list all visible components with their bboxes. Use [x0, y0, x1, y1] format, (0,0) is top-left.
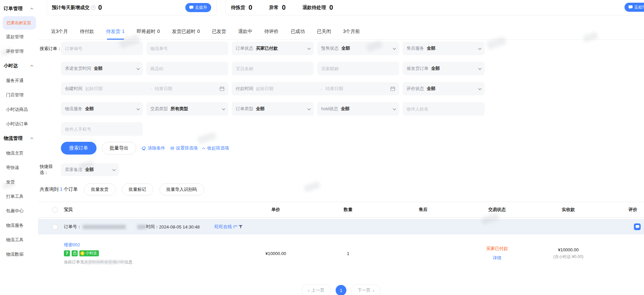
search-filters-section: 搜索订单： 订单状态 买家已付款 预售状态 全部 售后服务 全部	[38, 42, 644, 155]
filter-actions: 搜索订单 批量导出 清除条件 设置筛选项 收起筛选项	[61, 142, 644, 155]
set-filter-options-link[interactable]: 设置筛选项	[171, 145, 198, 151]
current-page-indicator[interactable]: 1	[336, 285, 346, 295]
tab-completed[interactable]: 已成功	[291, 29, 305, 39]
boost-button[interactable]: 去提升	[185, 3, 211, 12]
sidebar-item-hourly-products[interactable]: 小时达商品	[0, 102, 38, 117]
sidebar-item-review-management[interactable]: 评价管理	[0, 44, 38, 58]
wangwang-online-link[interactable]: 旺旺在线 t**	[215, 224, 243, 230]
handle-button-label: 去处理	[634, 4, 644, 10]
item-name-field[interactable]	[236, 66, 310, 71]
sidebar-item-ship[interactable]: 发货	[0, 175, 38, 189]
sidebar-item-hourly-orders[interactable]: 小时达订单	[0, 117, 38, 131]
item-id-field[interactable]	[150, 66, 224, 71]
batch-import-code-button[interactable]: 批量导入识别码	[159, 183, 204, 196]
select-all-checkbox[interactable]	[52, 207, 58, 213]
chevron-down-icon	[222, 107, 225, 110]
order-checkbox[interactable]	[52, 224, 58, 230]
rate-status-select[interactable]: 评价状态 全部	[403, 82, 485, 95]
detail-link[interactable]: 详情	[456, 255, 538, 261]
tab-closed[interactable]: 已关闭	[317, 29, 331, 39]
tab-pending-review[interactable]: 待评价	[264, 29, 278, 39]
sidebar-item-label: 退款管理	[6, 34, 24, 40]
question-circle-icon[interactable]: ?	[91, 5, 96, 10]
sidebar-group-order-management[interactable]: 订单管理	[0, 1, 38, 16]
buyer-nick-field[interactable]	[321, 66, 395, 71]
sidebar-item-parcel-center[interactable]: 包裹中心	[0, 204, 38, 218]
buyer-nick-input[interactable]	[317, 62, 399, 75]
tab-shipment-overdue[interactable]: 发货已超时0	[172, 29, 200, 39]
tab-label: 待评价	[264, 29, 278, 34]
tab-label: 已成功	[291, 29, 305, 34]
sidebar-item-send-express[interactable]: 寄快递	[0, 160, 38, 175]
seller-memo-select[interactable]: 卖家备注 全部	[61, 163, 119, 176]
sidebar-item-logistics-tools[interactable]: 物流工具	[0, 233, 38, 247]
next-page-button[interactable]: 下一页›	[351, 284, 380, 295]
tab-about-to-timeout[interactable]: 即将超时0	[137, 29, 160, 39]
logistics-service-select[interactable]: 物流服务 全部	[61, 102, 143, 116]
sidebar-group-hourly-delivery[interactable]: 小时达	[0, 58, 38, 73]
sidebar-item-sold-items[interactable]: 已卖出的宝贝	[3, 16, 36, 30]
tracking-number-input[interactable]	[146, 42, 228, 55]
receiver-phone-input[interactable]	[61, 122, 143, 136]
clear-conditions-link[interactable]: 清除条件	[142, 145, 165, 151]
select-value: 买家已付款	[256, 45, 278, 51]
aftersale-service-select[interactable]: 售后服务 全部	[403, 42, 485, 55]
collapse-filters-link[interactable]: 收起筛选项	[203, 145, 229, 151]
batch-ship-button[interactable]: 批量发货	[84, 183, 116, 196]
handle-button[interactable]: 去处理	[624, 3, 644, 12]
item-name-input[interactable]	[232, 62, 314, 75]
batch-mark-button[interactable]: 批量标记	[122, 183, 153, 196]
stat-to-pick: 待拣货 0	[231, 4, 252, 11]
green-service-badge-icon	[72, 250, 78, 256]
sidebar-item-print-tools[interactable]: 打单工具	[0, 189, 38, 204]
hold-status-select[interactable]: hold状态 全部	[317, 102, 399, 116]
sidebar-item-service-activation[interactable]: 服务开通	[0, 73, 38, 88]
pay-time-range-picker[interactable]: 付款时间 起始日期 - 结束日期	[232, 82, 399, 95]
batch-export-button[interactable]: 批量导出	[102, 142, 136, 155]
tab-pending-payment[interactable]: 待付款	[80, 29, 94, 39]
stat-label: 待拣货	[231, 5, 245, 11]
sidebar-item-logistics-home[interactable]: 物流主页	[0, 146, 38, 160]
order-number-field[interactable]	[65, 46, 139, 51]
presale-status-select[interactable]: 预售状态 全部	[317, 42, 399, 55]
sidebar-group-label: 物流管理	[4, 135, 23, 141]
search-orders-button[interactable]: 搜索订单	[61, 142, 97, 155]
column-header-unit-price: 单价	[245, 207, 306, 213]
receiver-name-field[interactable]	[407, 107, 481, 112]
seller-order-management-screen: 订单管理 已卖出的宝贝 退款管理 评价管理 小时达 服务开通 门店管理 小时达商…	[0, 0, 644, 295]
prev-page-button[interactable]: ‹上一页	[302, 284, 331, 295]
tracking-number-field[interactable]	[150, 46, 224, 51]
item-id-input[interactable]	[146, 62, 228, 75]
select-value: 全部	[256, 106, 265, 112]
seven-day-badge: 7	[64, 250, 70, 256]
quick-filter-label: 快捷筛选：	[40, 164, 61, 176]
filters-grid: 订单状态 买家已付款 预售状态 全部 售后服务 全部 承诺发货时间	[61, 42, 644, 136]
funnel-icon	[239, 225, 242, 228]
select-value: 全部	[94, 66, 103, 72]
sidebar-item-store-management[interactable]: 门店管理	[0, 88, 38, 102]
receiver-phone-field[interactable]	[65, 127, 139, 132]
trade-type-select[interactable]: 交易类型 所有类型	[146, 102, 228, 116]
sidebar-group-logistics-management[interactable]: 物流管理	[0, 131, 38, 146]
tab-refunding[interactable]: 退款中	[238, 29, 252, 39]
tab-recent-3-months[interactable]: 近3个月	[51, 29, 68, 39]
tab-label: 3个月前	[343, 29, 360, 34]
chevron-up-icon	[30, 65, 33, 68]
contact-buyer-icon[interactable]	[634, 223, 641, 230]
tab-shipped[interactable]: 已发货	[212, 29, 226, 39]
order-status-select[interactable]: 订单状态 买家已付款	[232, 42, 314, 55]
tab-3-months-ago[interactable]: 3个月前	[343, 29, 360, 39]
receiver-name-input[interactable]	[403, 102, 485, 116]
sidebar-item-logistics-service[interactable]: 物流服务	[0, 218, 38, 233]
urge-ship-select[interactable]: 催发货订单 全部	[403, 62, 485, 75]
product-name-link[interactable]: 维密002	[64, 242, 245, 248]
order-type-select[interactable]: 订单类型 全部	[232, 102, 314, 116]
sidebar-item-logistics-data[interactable]: 物流数据	[0, 247, 38, 261]
promise-ship-time-select[interactable]: 承诺发货时间 全部	[61, 62, 143, 75]
sidebar-item-refund-management[interactable]: 退款管理	[0, 30, 38, 44]
create-time-range-picker[interactable]: 创建时间 起始日期 - 结束日期	[61, 82, 228, 95]
end-date-placeholder: 结束日期	[326, 86, 343, 92]
stat-label: 退款待处理	[302, 5, 326, 11]
tab-pending-shipment[interactable]: 待发货1	[106, 29, 125, 39]
order-number-input[interactable]	[61, 42, 143, 55]
